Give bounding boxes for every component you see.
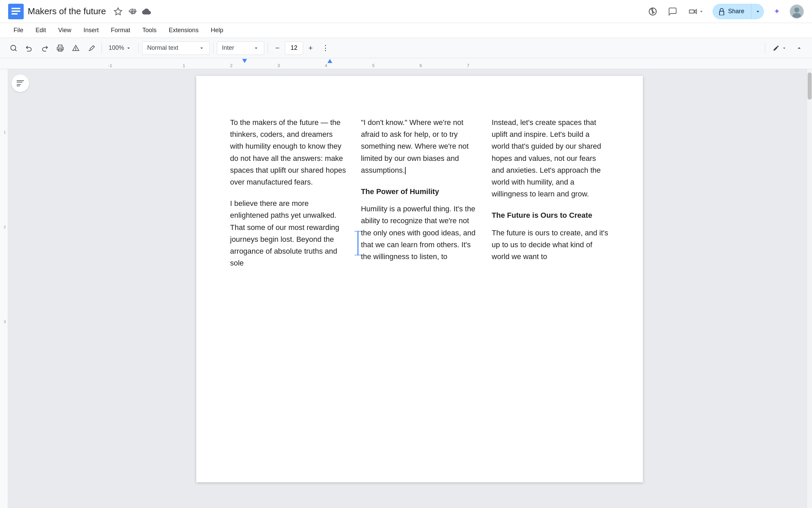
svg-point-8 bbox=[794, 7, 799, 12]
toolbar-divider-2 bbox=[138, 43, 139, 54]
col2-heading1: The Power of Humility bbox=[361, 186, 478, 197]
menu-view[interactable]: View bbox=[53, 25, 77, 36]
menu-file[interactable]: File bbox=[8, 25, 29, 36]
font-size-increase[interactable]: + bbox=[304, 42, 317, 54]
toolbar-divider-3 bbox=[213, 43, 213, 54]
toolbar-right: Share ✦ bbox=[645, 4, 804, 19]
doc-area: To the makers of the future — the thinke… bbox=[32, 69, 807, 508]
col1-para1: To the makers of the future — the thinke… bbox=[230, 117, 347, 188]
svg-rect-1 bbox=[12, 8, 20, 9]
zoom-selector[interactable]: 100% bbox=[105, 41, 135, 55]
toolbar-divider-4 bbox=[268, 43, 268, 54]
comments-button[interactable] bbox=[665, 4, 680, 19]
svg-rect-6 bbox=[720, 11, 724, 15]
outline-button[interactable] bbox=[12, 75, 29, 92]
doc-page[interactable]: To the makers of the future — the thinke… bbox=[196, 76, 643, 482]
doc-col-2: "I don't know." Where we're not afraid t… bbox=[361, 117, 478, 278]
paint-format-button[interactable] bbox=[85, 41, 98, 55]
toolbar-more[interactable]: ⋮ bbox=[319, 41, 332, 55]
col1-para2: I believe there are more enlightened pat… bbox=[230, 197, 347, 269]
col3-heading1: The Future is Ours to Create bbox=[492, 209, 609, 221]
spellcheck-button[interactable] bbox=[69, 41, 83, 55]
undo-button[interactable] bbox=[22, 41, 36, 55]
toolbar-divider-1 bbox=[102, 43, 102, 54]
toolbar: 100% Normal text Inter − + ⋮ bbox=[0, 38, 812, 58]
edit-mode-button[interactable] bbox=[769, 41, 791, 55]
doc-columns: To the makers of the future — the thinke… bbox=[230, 117, 609, 278]
font-size-controls: − + bbox=[271, 41, 317, 55]
menu-format[interactable]: Format bbox=[106, 25, 136, 36]
menu-tools[interactable]: Tools bbox=[137, 25, 162, 36]
star-icon[interactable] bbox=[113, 6, 123, 17]
col2-para1: "I don't know." Where we're not afraid t… bbox=[361, 117, 478, 176]
app-logo[interactable] bbox=[8, 4, 24, 19]
share-button[interactable]: Share bbox=[713, 4, 751, 19]
scrollbar-thumb[interactable] bbox=[808, 72, 812, 100]
doc-col-3: Instead, let's create spaces that uplift… bbox=[492, 117, 609, 278]
menu-edit[interactable]: Edit bbox=[30, 25, 51, 36]
menu-extensions[interactable]: Extensions bbox=[163, 25, 204, 36]
cloud-icon[interactable] bbox=[141, 6, 152, 17]
font-size-input[interactable] bbox=[285, 41, 303, 55]
vertical-ruler: 1 2 3 bbox=[0, 69, 8, 508]
tab-marker-1[interactable] bbox=[242, 59, 247, 63]
top-bar: Makers of the future Share bbox=[0, 0, 812, 23]
share-arrow-button[interactable] bbox=[751, 4, 764, 19]
col3-para1: Instead, let's create spaces that uplift… bbox=[492, 117, 609, 200]
search-button[interactable] bbox=[7, 41, 20, 55]
left-sidebar bbox=[8, 69, 32, 508]
history-button[interactable] bbox=[645, 4, 660, 19]
doc-title[interactable]: Makers of the future bbox=[28, 6, 106, 17]
ruler: -1 1 2 3 4 5 6 7 bbox=[0, 58, 812, 69]
gemini-button[interactable]: ✦ bbox=[769, 4, 784, 19]
title-icons bbox=[113, 6, 152, 17]
text-cursor bbox=[405, 167, 406, 174]
move-icon[interactable] bbox=[127, 6, 138, 17]
font-selector[interactable]: Inter bbox=[217, 41, 264, 55]
scrollbar[interactable] bbox=[807, 69, 812, 508]
print-button[interactable] bbox=[53, 41, 67, 55]
toolbar-collapse[interactable] bbox=[793, 42, 805, 54]
redo-button[interactable] bbox=[38, 41, 51, 55]
doc-col-1: To the makers of the future — the thinke… bbox=[230, 117, 347, 278]
video-button[interactable] bbox=[685, 4, 707, 19]
menu-insert[interactable]: Insert bbox=[78, 25, 104, 36]
col3-para2: The future is ours to create, and it's u… bbox=[492, 227, 609, 263]
tab-marker-2[interactable] bbox=[328, 59, 332, 63]
svg-rect-3 bbox=[12, 13, 18, 15]
share-group: Share bbox=[713, 4, 764, 19]
user-avatar[interactable] bbox=[790, 4, 804, 19]
col2-para2: Humility is a powerful thing. It's the a… bbox=[361, 203, 478, 262]
menu-help[interactable]: Help bbox=[205, 25, 229, 36]
toolbar-divider-right bbox=[765, 43, 765, 54]
style-selector[interactable]: Normal text bbox=[142, 41, 210, 55]
menu-bar: File Edit View Insert Format Tools Exten… bbox=[0, 23, 812, 38]
svg-point-12 bbox=[62, 48, 63, 49]
svg-rect-2 bbox=[12, 10, 20, 12]
font-size-decrease[interactable]: − bbox=[271, 42, 284, 54]
main-layout: 1 2 3 To the makers of the future — the … bbox=[0, 69, 812, 508]
